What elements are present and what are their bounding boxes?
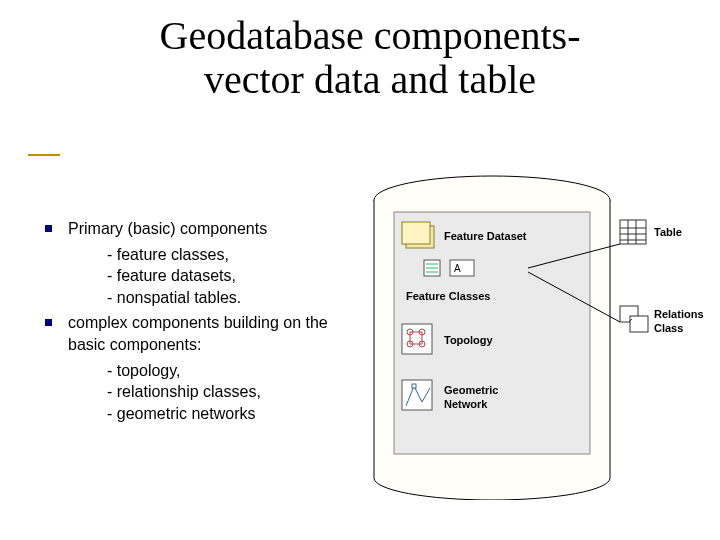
table-icon [620, 220, 646, 244]
feature-dataset-icon [402, 222, 434, 248]
sub-item: - nonspatial tables. [107, 287, 360, 309]
svg-rect-14 [402, 324, 432, 354]
svg-rect-32 [630, 316, 648, 332]
accent-line [28, 154, 60, 156]
bullet-text: complex components building on the basic… [68, 312, 360, 355]
title-line-2: vector data and table [204, 57, 536, 102]
feature-dataset-label: Feature Dataset [444, 230, 527, 242]
feature-classes-label: Feature Classes [406, 290, 490, 302]
svg-rect-24 [412, 384, 416, 388]
topology-label: Topology [444, 334, 494, 346]
slide-title: Geodatabase components- vector data and … [90, 14, 650, 102]
title-line-1: Geodatabase components- [160, 13, 581, 58]
bullet-item: complex components building on the basic… [45, 312, 360, 355]
sub-item: - feature classes, [107, 244, 360, 266]
topology-icon [402, 324, 432, 354]
svg-rect-6 [402, 222, 430, 244]
geometric-network-icon [402, 380, 432, 410]
bullet-text: Primary (basic) components [68, 218, 267, 240]
sub-item: - relationship classes, [107, 381, 360, 403]
geometric-network-label-2: Network [444, 398, 488, 410]
bullet-item: Primary (basic) components [45, 218, 360, 240]
relationship-class-icon [620, 306, 648, 332]
geodatabase-diagram: Feature Dataset A Feature Classes [372, 172, 704, 500]
sample-a-label: A [454, 263, 461, 274]
sub-item: - topology, [107, 360, 360, 382]
table-label: Table [654, 226, 682, 238]
bullet-list: Primary (basic) components - feature cla… [45, 218, 360, 424]
feature-class-small-icon [424, 260, 440, 276]
bullet-marker-icon [45, 225, 52, 232]
bullet-marker-icon [45, 319, 52, 326]
feature-class-small-sample: A [450, 260, 474, 276]
relationship-label-1: Relationship [654, 308, 704, 320]
slide: Geodatabase components- vector data and … [0, 0, 720, 540]
sub-item: - geometric networks [107, 403, 360, 425]
relationship-label-2: Class [654, 322, 683, 334]
sub-item: - feature datasets, [107, 265, 360, 287]
geometric-network-label-1: Geometric [444, 384, 498, 396]
